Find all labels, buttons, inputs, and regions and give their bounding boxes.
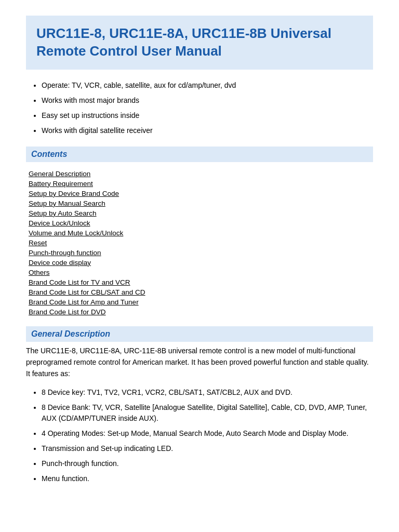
general-description-intro: The URC11E-8, URC11E-8A, URC-11E-8B univ… (26, 345, 373, 380)
toc-item-4[interactable]: Setup by Manual Search (29, 199, 373, 207)
toc-link-5[interactable]: Setup by Auto Search (29, 209, 97, 217)
toc-link-10[interactable]: Device code display (29, 259, 91, 267)
gen-bullet-4: Transmission and Set-up indicating LED. (42, 443, 373, 454)
contents-title: Contents (31, 150, 67, 158)
intro-bullet-1: Operate: TV, VCR, cable, satellite, aux … (42, 80, 373, 91)
gen-bullet-2: 8 Device Bank: TV, VCR, Satellite [Analo… (42, 402, 373, 424)
title-section: URC11E-8, URC11E-8A, URC11E-8B Universal… (26, 16, 373, 70)
toc-link-8[interactable]: Reset (29, 239, 47, 247)
toc-item-9[interactable]: Punch-through function (29, 248, 373, 257)
toc-item-3[interactable]: Setup by Device Brand Code (29, 189, 373, 197)
contents-section-header: Contents (26, 147, 373, 162)
toc-link-15[interactable]: Brand Code List for DVD (29, 308, 106, 316)
toc-item-2[interactable]: Battery Requirement (29, 179, 373, 188)
toc-item-12[interactable]: Brand Code List for TV and VCR (29, 278, 373, 286)
toc-link-2[interactable]: Battery Requirement (29, 180, 93, 188)
intro-bullet-list: Operate: TV, VCR, cable, satellite, aux … (26, 80, 373, 136)
toc-link-14[interactable]: Brand Code List for Amp and Tuner (29, 298, 139, 306)
general-description-title: General Description (31, 329, 110, 338)
toc-item-8[interactable]: Reset (29, 238, 373, 247)
intro-bullet-4: Works with digital satellite receiver (42, 125, 373, 136)
toc-link-3[interactable]: Setup by Device Brand Code (29, 190, 119, 197)
toc-link-7[interactable]: Volume and Mute Lock/Unlock (29, 229, 123, 237)
intro-bullet-3: Easy set up instructions inside (42, 110, 373, 121)
toc-item-7[interactable]: Volume and Mute Lock/Unlock (29, 229, 373, 237)
toc-link-4[interactable]: Setup by Manual Search (29, 200, 105, 207)
intro-bullet-2: Works with most major brands (42, 95, 373, 106)
toc-item-11[interactable]: Others (29, 268, 373, 276)
toc-link-9[interactable]: Punch-through function (29, 249, 101, 257)
toc-link-12[interactable]: Brand Code List for TV and VCR (29, 278, 130, 286)
general-description-bullets: 8 Device key: TV1, TV2, VCR1, VCR2, CBL/… (26, 387, 373, 484)
gen-bullet-5: Punch-through function. (42, 458, 373, 469)
gen-bullet-1: 8 Device key: TV1, TV2, VCR1, VCR2, CBL/… (42, 387, 373, 398)
gen-bullet-3: 4 Operating Modes: Set-up Mode, Manual S… (42, 428, 373, 439)
page-title: URC11E-8, URC11E-8A, URC11E-8B Universal… (36, 25, 363, 60)
page-container: URC11E-8, URC11E-8A, URC11E-8B Universal… (0, 0, 399, 510)
toc-item-15[interactable]: Brand Code List for DVD (29, 308, 373, 316)
toc-item-6[interactable]: Device Lock/Unlock (29, 219, 373, 227)
toc-link-6[interactable]: Device Lock/Unlock (29, 219, 90, 227)
toc-link-13[interactable]: Brand Code List for CBL/SAT and CD (29, 288, 145, 296)
general-description-section-header: General Description (26, 326, 373, 342)
gen-bullet-6: Menu function. (42, 473, 373, 484)
toc-link-1[interactable]: General Description (29, 170, 90, 178)
toc-item-10[interactable]: Device code display (29, 258, 373, 267)
toc-item-1[interactable]: General Description (29, 169, 373, 178)
table-of-contents: General Description Battery Requirement … (26, 169, 373, 316)
toc-item-5[interactable]: Setup by Auto Search (29, 209, 373, 217)
toc-item-13[interactable]: Brand Code List for CBL/SAT and CD (29, 288, 373, 296)
toc-item-14[interactable]: Brand Code List for Amp and Tuner (29, 298, 373, 306)
toc-link-11[interactable]: Others (29, 269, 50, 276)
